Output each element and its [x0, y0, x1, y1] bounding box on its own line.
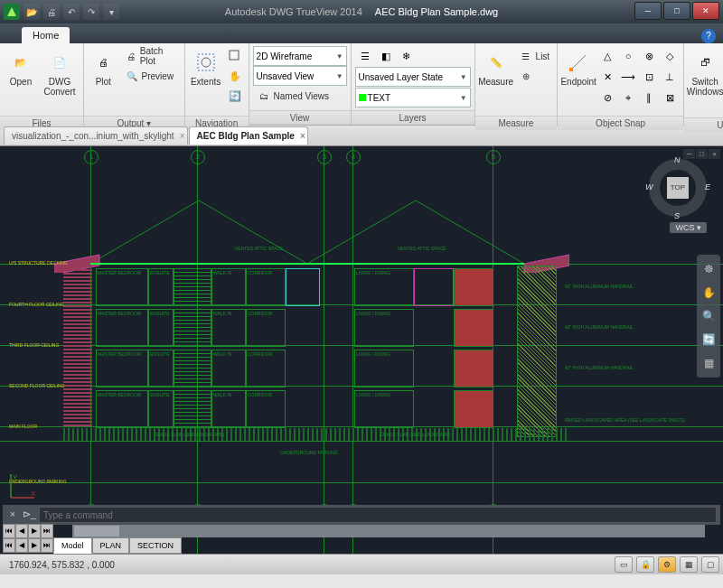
extents-button[interactable]: Extents [189, 46, 223, 113]
horizontal-scrollbar[interactable] [72, 525, 705, 537]
workspace-button[interactable]: ▦ [680, 556, 698, 573]
viewcube-east[interactable]: E [705, 182, 710, 191]
minimize-button[interactable]: ─ [634, 2, 662, 20]
doc-minimize-button[interactable]: ─ [683, 149, 695, 159]
room: LIVING / DINING [354, 268, 414, 306]
drawing-canvas[interactable]: ─ □ × 1 2 3 4 5 1 2 3 4 5 VENTED ATTIC S… [0, 146, 723, 554]
close-button[interactable]: ✕ [692, 2, 719, 20]
tab-next-button[interactable]: ▶ [28, 538, 41, 553]
qat-dropdown-icon[interactable]: ▾ [103, 4, 119, 20]
viewcube-top-face[interactable]: TOP [667, 177, 689, 199]
layer-iso-button[interactable]: ◧ [376, 46, 396, 66]
measure-button[interactable]: 📏Measure [479, 46, 513, 113]
orbit-button[interactable]: 🔄 [225, 86, 245, 106]
tab-first-button[interactable]: ⏮ [3, 538, 15, 553]
viewcube[interactable]: TOP N S E W [649, 159, 707, 217]
room [414, 268, 454, 306]
tab-last-button[interactable]: ⏭ [41, 538, 53, 553]
close-icon[interactable]: × [300, 131, 305, 141]
osnap-tangent-icon[interactable]: ⊘ [597, 88, 617, 107]
id-button[interactable]: ⊕ [515, 66, 554, 86]
viewcube-south[interactable]: S [674, 211, 680, 220]
osnap-quadrant-icon[interactable]: ◇ [660, 46, 680, 66]
grid-bubble: 2 [191, 150, 205, 164]
osnap-intersection-icon[interactable]: ✕ [597, 67, 617, 87]
switch-windows-button[interactable]: 🗗Switch Windows [688, 46, 722, 113]
annotation-scale-button[interactable]: 🔒 [636, 556, 654, 573]
layout-tab-model[interactable]: Model [53, 537, 92, 554]
plot-button[interactable]: 🖨Plot [88, 46, 119, 113]
visual-style-combo[interactable]: 2D Wireframe▼ [253, 46, 347, 66]
layer-combo[interactable]: TEXT▼ [355, 88, 471, 107]
app-menu-button[interactable] [4, 4, 20, 20]
qat-open-icon[interactable]: 📂 [23, 4, 40, 20]
layer-props-button[interactable]: ☰ [355, 46, 375, 66]
roof [54, 191, 569, 273]
osnap-parallel-icon[interactable]: ∥ [639, 88, 659, 107]
open-button[interactable]: 📂Open [4, 46, 38, 113]
pan-button[interactable]: ✋ [225, 66, 245, 86]
osnap-insertion-icon[interactable]: ⊡ [639, 67, 659, 87]
command-input[interactable] [39, 507, 717, 523]
svg-marker-4 [90, 201, 307, 264]
layer-freeze-button[interactable]: ❄ [397, 46, 417, 66]
preview-button[interactable]: 🔍Preview [121, 66, 181, 86]
doc-close-button[interactable]: × [709, 149, 720, 159]
tab-next-button[interactable]: ▶ [28, 524, 41, 538]
coordinate-system-button[interactable]: WCS ▾ [670, 222, 707, 233]
batch-plot-button[interactable]: 🖨Batch Plot [121, 46, 181, 66]
maximize-button[interactable]: □ [663, 2, 690, 20]
nav-zoom-icon[interactable]: 🔍 [700, 307, 718, 325]
file-tab-1[interactable]: visualization_-_con...inium_with_skyligh… [4, 126, 188, 145]
svg-rect-2 [230, 51, 239, 60]
tab-last-button[interactable]: ⏭ [41, 524, 53, 538]
zoom-window-button[interactable] [225, 46, 245, 66]
layout-tab-nav: ⏮ ◀ ▶ ⏭ [3, 525, 53, 537]
ruler-icon: 📏 [484, 50, 509, 75]
qat-redo-icon[interactable]: ↷ [83, 4, 99, 20]
viewcube-west[interactable]: W [645, 182, 653, 191]
dwg-convert-button[interactable]: 📄DWG Convert [40, 46, 80, 113]
osnap-nearest-icon[interactable]: ⌖ [618, 88, 638, 107]
close-icon[interactable]: × [180, 131, 185, 141]
scrollbar-thumb[interactable] [74, 526, 119, 537]
room: CORRIDOR [246, 309, 286, 347]
close-icon[interactable]: × [6, 509, 19, 521]
chevron-down-icon: ▼ [460, 73, 467, 81]
help-button[interactable]: ? [701, 29, 716, 43]
layer-state-combo[interactable]: Unsaved Layer State▼ [355, 67, 471, 87]
command-arrow-icon[interactable]: ⊳_ [23, 509, 35, 521]
tab-home[interactable]: Home [22, 27, 70, 43]
nav-wheel-icon[interactable]: ☸ [700, 260, 718, 278]
clean-screen-button[interactable]: ▢ [701, 556, 719, 573]
layout-tab-plan[interactable]: PLAN [92, 537, 130, 554]
osnap-node-icon[interactable]: ⊗ [639, 46, 659, 66]
tab-prev-button[interactable]: ◀ [15, 524, 28, 538]
view-combo[interactable]: Unsaved View▼ [253, 66, 347, 86]
osnap-none-icon[interactable]: ⊠ [660, 88, 680, 107]
status-toggle-button[interactable]: ⚙ [658, 556, 676, 573]
viewcube-north[interactable]: N [674, 155, 681, 164]
list-button[interactable]: ☰List [515, 46, 554, 66]
svg-marker-5 [307, 201, 524, 264]
room: WALK IN [211, 350, 246, 387]
nav-pan-icon[interactable]: ✋ [700, 284, 718, 302]
room: CORRIDOR [246, 350, 286, 387]
tab-first-button[interactable]: ⏮ [3, 524, 15, 538]
endpoint-button[interactable]: Endpoint [561, 46, 596, 113]
osnap-extension-icon[interactable]: ⟶ [618, 67, 638, 87]
nav-orbit-icon[interactable]: 🔄 [700, 331, 718, 349]
qat-undo-icon[interactable]: ↶ [63, 4, 80, 20]
nav-showmotion-icon[interactable]: ▦ [700, 354, 718, 372]
panel-view-label: View [249, 110, 351, 125]
osnap-perpendicular-icon[interactable]: ⊥ [660, 67, 680, 87]
doc-maximize-button[interactable]: □ [696, 149, 708, 159]
named-views-button[interactable]: 🗂Named Views [253, 86, 347, 106]
tab-prev-button[interactable]: ◀ [15, 538, 28, 553]
osnap-center-icon[interactable]: ○ [618, 46, 638, 66]
osnap-midpoint-icon[interactable]: △ [597, 46, 617, 66]
model-space-button[interactable]: ▭ [615, 556, 633, 573]
qat-plot-icon[interactable]: 🖨 [43, 4, 60, 20]
layout-tab-section[interactable]: SECTION [129, 537, 182, 554]
file-tab-2[interactable]: AEC Bldg Plan Sample× [189, 126, 308, 145]
